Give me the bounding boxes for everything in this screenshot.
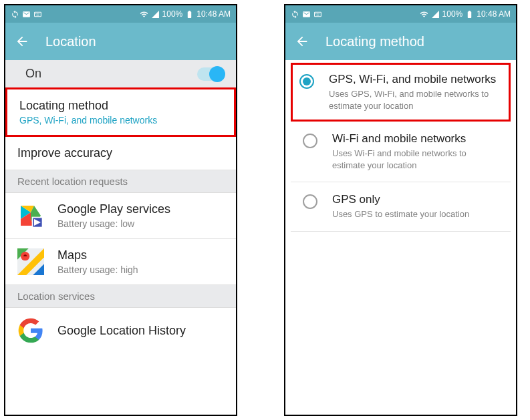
svg-rect-12: [319, 13, 319, 13]
improve-accuracy-label: Improve accuracy: [17, 146, 112, 160]
locating-method-sub: GPS, Wi-Fi, and mobile networks: [19, 115, 157, 126]
option-sub: Uses GPS to estimate your location: [332, 208, 469, 220]
option-gps-only[interactable]: GPS only Uses GPS to estimate your locat…: [291, 182, 511, 232]
keyboard-icon: [33, 10, 42, 19]
location-history-row[interactable]: Google Location History: [5, 308, 236, 353]
sync-icon: [291, 10, 299, 19]
svg-rect-0: [35, 12, 41, 17]
maps-row[interactable]: Maps Battery usage: high: [5, 239, 236, 285]
maps-sub: Battery usage: high: [57, 264, 138, 275]
google-g-icon: [17, 317, 44, 344]
locating-method-row[interactable]: Locating method GPS, Wi-Fi, and mobile n…: [5, 87, 236, 137]
svg-rect-2: [37, 13, 37, 13]
radio-icon-checked[interactable]: [299, 74, 314, 89]
section-recent-header: Recent location requests: [5, 170, 236, 193]
play-services-row[interactable]: Google Play services Battery usage: low: [5, 193, 236, 239]
battery-icon: [185, 10, 194, 19]
phone-left: 100% 10:48 AM Location On Locating metho…: [4, 4, 237, 416]
keyboard-icon: [313, 10, 322, 19]
svg-rect-13: [316, 15, 319, 15]
play-services-sub: Battery usage: low: [57, 218, 170, 229]
battery-icon: [465, 10, 474, 19]
svg-rect-3: [39, 13, 39, 13]
section-services-header: Location services: [5, 285, 236, 308]
battery-pct: 100%: [162, 9, 183, 19]
option-highlighted: GPS, Wi-Fi, and mobile networks Uses GPS…: [291, 63, 511, 122]
wifi-icon: [140, 10, 148, 19]
sync-icon: [11, 10, 19, 19]
status-bar: 100% 10:48 AM: [285, 5, 516, 23]
location-history-title: Google Location History: [57, 324, 186, 338]
signal-icon: [151, 10, 160, 19]
app-bar: Locating method: [285, 23, 516, 60]
svg-rect-11: [317, 13, 317, 13]
master-toggle-row[interactable]: On: [5, 60, 236, 87]
radio-icon[interactable]: [303, 194, 317, 209]
option-wifi-mobile[interactable]: Wi-Fi and mobile networks Uses Wi-Fi and…: [291, 122, 511, 182]
svg-rect-4: [36, 15, 39, 15]
play-services-icon: [17, 202, 44, 229]
back-icon[interactable]: [295, 34, 309, 49]
page-title: Locating method: [325, 34, 424, 49]
improve-accuracy-row[interactable]: Improve accuracy: [5, 137, 236, 170]
battery-pct: 100%: [442, 9, 463, 19]
back-icon[interactable]: [15, 34, 29, 49]
option-gps-wifi-mobile[interactable]: GPS, Wi-Fi, and mobile networks Uses GPS…: [293, 65, 509, 120]
svg-rect-10: [315, 13, 316, 13]
maps-title: Maps: [57, 248, 138, 262]
mail-icon: [22, 10, 31, 19]
option-title: Wi-Fi and mobile networks: [332, 132, 499, 146]
wifi-icon: [420, 10, 428, 19]
page-title: Location: [45, 34, 96, 49]
option-sub: Uses Wi-Fi and mobile networks to estima…: [332, 148, 499, 171]
mail-icon: [302, 10, 311, 19]
radio-icon[interactable]: [303, 134, 317, 148]
svg-rect-9: [315, 12, 321, 17]
clock-time: 10:48 AM: [477, 9, 511, 19]
toggle-label: On: [17, 67, 41, 81]
option-title: GPS, Wi-Fi, and mobile networks: [329, 73, 502, 86]
svg-rect-1: [35, 13, 36, 13]
clock-time: 10:48 AM: [196, 9, 231, 19]
app-bar: Location: [5, 23, 236, 60]
signal-icon: [431, 10, 440, 19]
status-bar: 100% 10:48 AM: [5, 5, 236, 23]
option-title: GPS only: [332, 193, 469, 206]
play-services-title: Google Play services: [57, 202, 170, 216]
option-sub: Uses GPS, Wi-Fi, and mobile networks to …: [329, 88, 502, 112]
locating-method-title: Locating method: [19, 99, 108, 113]
toggle-switch[interactable]: [197, 67, 224, 81]
phone-right: 100% 10:48 AM Locating method GPS, Wi-Fi…: [284, 4, 517, 416]
maps-icon: [17, 248, 44, 275]
